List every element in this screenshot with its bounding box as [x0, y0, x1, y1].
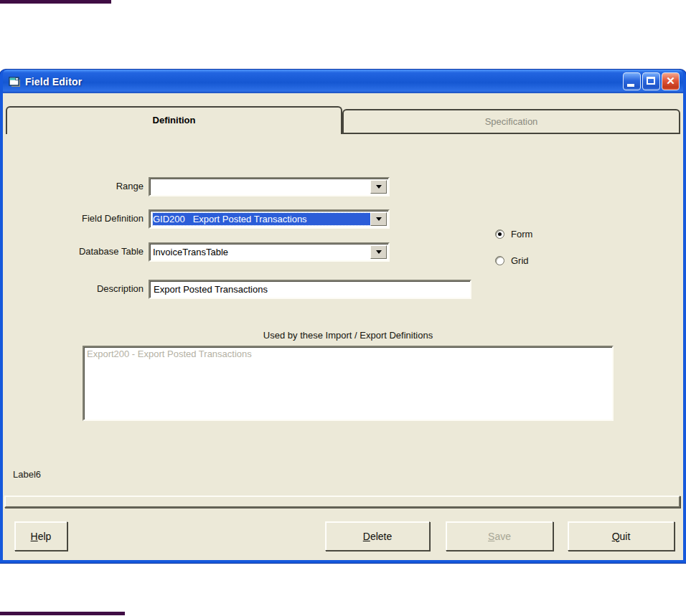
used-by-label: Used by these Import / Export Definition…: [83, 330, 614, 341]
close-icon: ✕: [666, 75, 675, 87]
range-combobox[interactable]: ALL000-999: [149, 177, 390, 196]
grid-radio[interactable]: [495, 256, 504, 265]
database-table-dropdown-button[interactable]: [370, 245, 387, 259]
description-input[interactable]: Export Posted Transactions: [149, 280, 471, 299]
close-button[interactable]: ✕: [662, 72, 680, 90]
top-edge-artifact: [0, 0, 111, 4]
field-definition-dropdown-button[interactable]: [370, 212, 387, 226]
delete-button-label: Delete: [363, 531, 392, 542]
dialog-client-area: Definition Specification Range ALL000-99…: [3, 93, 683, 560]
list-item[interactable]: Export200 - Export Posted Transactions: [84, 347, 612, 361]
description-label: Description: [3, 283, 144, 294]
radio-dot-icon: [498, 232, 502, 236]
form-radio-option[interactable]: Form: [495, 229, 532, 240]
status-label: Label6: [13, 469, 41, 480]
database-table-combobox[interactable]: InvoiceTransTable: [149, 242, 390, 262]
field-definition-value: GID200 Export Posted Transactions: [153, 213, 370, 225]
help-button[interactable]: Help: [14, 521, 67, 551]
description-value: Export Posted Transactions: [154, 283, 467, 295]
range-dropdown-button[interactable]: [370, 180, 387, 194]
form-window-icon: [9, 76, 21, 87]
maximize-icon: [647, 77, 655, 85]
grid-radio-option[interactable]: Grid: [495, 255, 529, 266]
minimize-button[interactable]: [623, 72, 641, 90]
help-button-label: Help: [31, 531, 52, 542]
field-editor-window: Field Editor ✕ Definition Specification …: [0, 70, 686, 563]
field-definition-label: Field Definition: [3, 213, 144, 224]
form-radio-label: Form: [511, 229, 532, 240]
bottom-edge-artifact: [0, 612, 125, 615]
range-label: Range: [3, 181, 144, 191]
database-table-label: Database Table: [3, 246, 144, 257]
divider-bar: [4, 496, 680, 508]
window-title: Field Editor: [25, 76, 621, 87]
grid-radio-label: Grid: [511, 255, 529, 266]
chevron-down-icon: [376, 250, 382, 254]
database-table-value: InvoiceTransTable: [153, 246, 370, 258]
quit-button-label: Quit: [612, 531, 631, 542]
field-definition-combobox[interactable]: GID200 Export Posted Transactions: [149, 209, 390, 229]
minimize-icon: [627, 84, 634, 87]
quit-button[interactable]: Quit: [568, 521, 675, 551]
tab-specification[interactable]: Specification: [342, 109, 680, 134]
save-button-label: Save: [488, 531, 511, 542]
used-by-listbox[interactable]: Export200 - Export Posted Transactions: [83, 346, 614, 421]
tab-definition[interactable]: Definition: [6, 106, 342, 134]
chevron-down-icon: [376, 217, 382, 221]
save-button[interactable]: Save: [446, 521, 553, 551]
titlebar[interactable]: Field Editor ✕: [3, 70, 683, 93]
delete-button[interactable]: Delete: [325, 521, 430, 551]
maximize-button[interactable]: [642, 72, 660, 90]
range-value: ALL000-999: [153, 181, 370, 193]
form-radio[interactable]: [495, 229, 504, 239]
chevron-down-icon: [376, 185, 382, 189]
